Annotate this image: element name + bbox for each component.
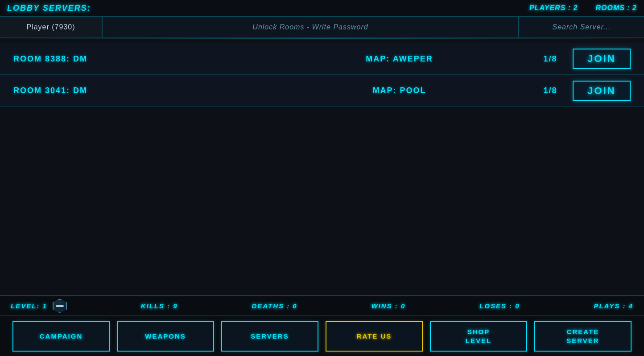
level-group: LEVEL: 1 — [11, 299, 67, 313]
room-name-2: ROOM 3041: DM — [13, 86, 271, 95]
shop-level-button[interactable]: SHOPLEVEL — [430, 321, 527, 352]
room-map-2: MAP: POOL — [271, 86, 528, 95]
header-stats: PLAYERS : 2 ROOMS : 2 — [529, 4, 637, 12]
top-bar: Player (7930) Unlock Rooms - Write Passw… — [0, 17, 644, 38]
player-name: Player (7930) — [0, 17, 103, 37]
create-server-button[interactable]: CREATESERVER — [534, 321, 632, 352]
table-row[interactable]: ROOM 8388: DM MAP: AWEPER 1/8 JOIN — [0, 43, 644, 75]
join-button-2[interactable]: JOIN — [573, 81, 631, 101]
weapons-button[interactable]: WEAPONS — [117, 321, 214, 352]
password-field[interactable]: Unlock Rooms - Write Password — [103, 17, 519, 37]
join-button-1[interactable]: JOIN — [573, 49, 631, 69]
badge-inner — [56, 305, 64, 307]
lobby-title: LOBBY SERVERS: — [7, 4, 91, 13]
level-stat: LEVEL: 1 — [11, 302, 47, 310]
room-players-2: 1/8 — [528, 86, 573, 95]
bottom-nav: CAMPAIGN WEAPONS SERVERS RATE US SHOPLEV… — [0, 316, 644, 356]
rooms-count: ROOMS : 2 — [595, 4, 637, 12]
rate-us-button[interactable]: RATE US — [326, 321, 423, 352]
table-row[interactable]: ROOM 3041: DM MAP: POOL 1/8 JOIN — [0, 75, 644, 107]
room-players-1: 1/8 — [528, 54, 573, 64]
servers-button[interactable]: SERVERS — [221, 321, 318, 352]
level-badge — [53, 299, 67, 313]
bottom-stats-bar: LEVEL: 1 KILLS : 9 DEATHS : 0 WINS : 0 L… — [0, 295, 644, 316]
campaign-button[interactable]: CAMPAIGN — [12, 321, 110, 352]
plays-stat: PLAYS : 4 — [594, 302, 633, 310]
search-field[interactable]: Search Server... — [519, 17, 644, 37]
header: LOBBY SERVERS: PLAYERS : 2 ROOMS : 2 — [0, 0, 644, 17]
room-list-container: ROOM 8388: DM MAP: AWEPER 1/8 JOIN ROOM … — [0, 39, 644, 295]
room-map-1: MAP: AWEPER — [271, 54, 528, 64]
room-name-1: ROOM 8388: DM — [13, 54, 271, 64]
deaths-stat: DEATHS : 0 — [252, 302, 297, 310]
players-count: PLAYERS : 2 — [529, 4, 578, 12]
loses-stat: LOSES : 0 — [479, 302, 520, 310]
wins-stat: WINS : 0 — [371, 302, 405, 310]
room-list: ROOM 8388: DM MAP: AWEPER 1/8 JOIN ROOM … — [0, 43, 644, 107]
kills-stat: KILLS : 9 — [141, 302, 178, 310]
